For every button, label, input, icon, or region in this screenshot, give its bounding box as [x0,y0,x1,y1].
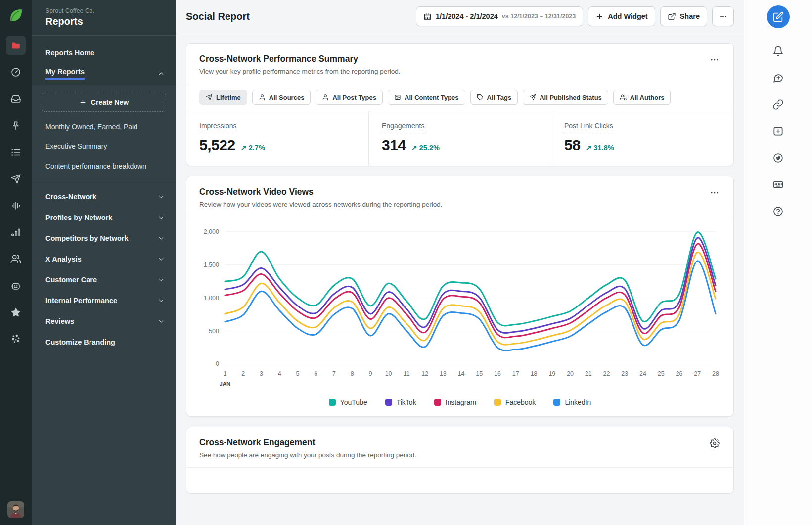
create-new-button[interactable]: Create New [42,93,166,112]
tag-icon [477,94,484,101]
filter-chip-lifetime[interactable]: Lifetime [199,90,247,105]
filter-chip-all-content-types[interactable]: All Content Types [388,90,465,105]
svg-text:26: 26 [676,370,683,377]
sidebar-item-customize-branding[interactable]: Customize Branding [32,332,176,352]
metric-label[interactable]: Post Link Clicks [564,122,613,131]
svg-text:16: 16 [494,370,501,377]
message-plus-icon[interactable] [768,68,788,88]
waveform-icon[interactable] [6,196,26,216]
users-icon[interactable] [6,249,26,269]
add-widget-button[interactable]: Add Widget [588,6,655,26]
group-label: Reviews [45,317,74,325]
legend-item-tiktok[interactable]: TikTok [385,398,416,406]
svg-text:8: 8 [351,370,354,377]
nodes-icon[interactable] [6,329,26,349]
create-new-label: Create New [91,98,129,106]
report-header: Social Report 1/1/2024 - 2/1/2024 vs 12/… [176,0,744,33]
reports-sidebar: Sprout Coffee Co. Reports Reports Home M… [32,0,176,525]
sidebar-group-x-analysis[interactable]: X Analysis [32,249,176,269]
compose-button[interactable] [767,5,790,28]
chip-label: All Authors [630,94,665,101]
video-card-menu-button[interactable] [707,186,722,199]
video-views-line-chart: 05001,0001,5002,000123456789101112131415… [186,217,733,393]
video-views-card: Cross-Network Video Views Review how you… [186,176,734,417]
inbox-icon[interactable] [6,89,26,109]
legend-label: Instagram [446,398,476,406]
folder-icon[interactable] [6,36,26,55]
date-range-button[interactable]: 1/1/2024 - 2/1/2024 vs 12/1/2023 – 12/31… [416,6,583,26]
metric-value: 5,522 [199,137,235,154]
sidebar-group-internal-performance[interactable]: Internal Performance [32,290,176,311]
metric-label[interactable]: Engagements [382,122,424,131]
chip-label: All Sources [269,94,305,101]
user-icon [322,94,329,101]
engagement-card-subtitle: See how people are engaging with your po… [199,451,721,459]
filter-chip-all-published-status[interactable]: All Published Status [523,90,608,105]
svg-text:17: 17 [512,370,519,377]
reports-home-label: Reports Home [45,49,94,57]
chevron-down-icon [157,255,165,263]
summary-card-menu-button[interactable] [707,53,722,66]
sidebar-group-competitors-by-network[interactable]: Competitors by Network [32,228,176,249]
filter-chip-all-sources[interactable]: All Sources [252,90,311,105]
bar-chart-icon[interactable] [6,222,26,242]
star-icon[interactable] [6,303,26,322]
chip-label: All Published Status [540,94,602,101]
bot-icon[interactable] [6,276,26,296]
sidebar-group-customer-care[interactable]: Customer Care [32,269,176,290]
date-compare-text: vs 12/1/2023 – 12/31/2023 [502,13,576,20]
legend-item-facebook[interactable]: Facebook [494,398,536,406]
engagement-card-settings-button[interactable] [707,437,722,450]
add-widget-label: Add Widget [608,12,647,20]
svg-text:21: 21 [585,370,592,377]
square-plus-icon[interactable] [768,121,788,141]
bird-icon[interactable] [768,148,788,168]
bell-icon[interactable] [768,41,788,61]
line-chart-svg: 05001,0001,5002,000123456789101112131415… [199,225,721,393]
legend-item-instagram[interactable]: Instagram [434,398,476,406]
more-options-button[interactable] [712,6,734,26]
filter-chip-all-authors[interactable]: All Authors [613,90,671,105]
legend-item-youtube[interactable]: YouTube [329,398,367,406]
sidebar-group-reviews[interactable]: Reviews [32,311,176,332]
sidebar-header: Sprout Coffee Co. Reports [32,0,176,35]
share-button[interactable]: Share [660,6,707,26]
help-icon[interactable] [768,201,788,221]
utility-rail [744,0,812,525]
sidebar-group-profiles-by-network[interactable]: Profiles by Network [32,207,176,228]
metric-delta-positive: ↗ 2.7% [241,144,265,152]
sidebar-group-cross-network[interactable]: Cross-Network [32,186,176,207]
metric-delta-positive: ↗ 31.8% [586,144,614,152]
svg-text:14: 14 [458,370,465,377]
sidebar-report-item[interactable]: Monthly Owned, Earned, Paid [32,117,176,136]
svg-text:28: 28 [712,370,719,377]
metric-label[interactable]: Impressions [199,122,236,131]
engagement-card-title: Cross-Network Engagement [199,438,721,448]
sidebar-report-item[interactable]: Executive Summary [32,136,176,156]
user-icon [259,94,266,101]
svg-text:10: 10 [385,370,392,377]
page-title: Social Report [186,11,250,22]
legend-item-linkedin[interactable]: LinkedIn [553,398,591,406]
sidebar-report-item[interactable]: Content performance breakdown [32,156,176,176]
svg-text:23: 23 [621,370,628,377]
date-range-text: 1/1/2024 - 2/1/2024 [436,12,498,20]
plus-icon [595,12,604,21]
gauge-icon[interactable] [6,62,26,82]
ellipsis-icon [719,12,727,21]
filter-chip-all-tags[interactable]: All Tags [470,90,518,105]
svg-text:11: 11 [404,370,410,377]
link-icon[interactable] [768,94,788,114]
list-icon[interactable] [6,142,26,162]
group-label: X Analysis [45,255,82,263]
sidebar-item-reports-home[interactable]: Reports Home [32,44,176,62]
sprout-logo-icon[interactable] [6,6,25,25]
user-avatar[interactable] [7,501,24,518]
avatar-photo [7,501,24,518]
send-icon[interactable] [6,169,26,189]
sidebar-item-my-reports[interactable]: My Reports [32,62,176,85]
keyboard-icon[interactable] [768,175,788,194]
share-icon [668,12,676,21]
filter-chip-all-post-types[interactable]: All Post Types [316,90,383,105]
pin-icon[interactable] [6,116,26,135]
